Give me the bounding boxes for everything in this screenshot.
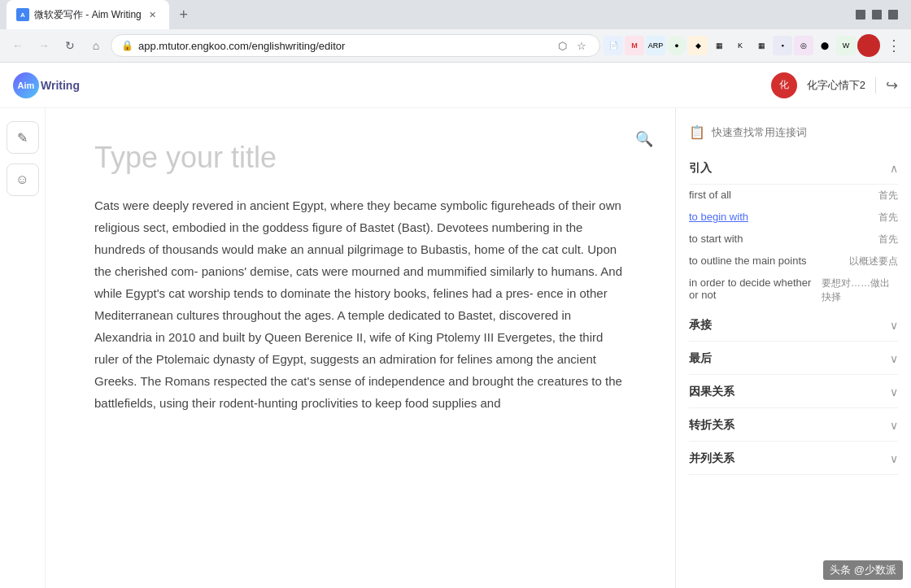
section-header-承接[interactable]: 承接∨ <box>689 310 898 342</box>
edit-tool-button[interactable]: ✎ <box>7 121 39 154</box>
section-header-转折关系[interactable]: 转折关系∨ <box>689 410 898 442</box>
logout-button[interactable]: ↪ <box>886 76 898 94</box>
ext-2[interactable]: M <box>625 36 644 55</box>
section-chevron-intro: ∧ <box>890 162 898 175</box>
right-panel: 📋 引入∧first of all首先to begin with首先to sta… <box>675 108 911 588</box>
left-sidebar: ✎ ☺ <box>0 108 46 588</box>
section-title-转折关系: 转折关系 <box>689 418 734 433</box>
phrase-en: to outline the main points <box>689 255 807 267</box>
logo-aim: Aim <box>18 81 35 90</box>
url-text: app.mtutor.engkoo.com/englishwriting/edi… <box>138 40 549 52</box>
section-header-intro[interactable]: 引入∧ <box>689 153 898 185</box>
section-因果关系: 因果关系∨ <box>676 377 911 408</box>
person-icon: ☺ <box>15 172 28 187</box>
logo-writing-text: Writing <box>41 79 80 92</box>
tab-close-button[interactable]: ✕ <box>146 8 159 21</box>
ext-7[interactable]: K <box>730 36 750 55</box>
phrase-en: first of all <box>689 189 731 201</box>
section-转折关系: 转折关系∨ <box>676 410 911 442</box>
section-并列关系: 并列关系∨ <box>676 443 911 475</box>
panel-search-bar: 📋 <box>676 118 911 146</box>
active-tab[interactable]: A 微软爱写作 - Aim Writing ✕ <box>7 0 169 29</box>
ext-4[interactable]: ● <box>667 36 687 55</box>
maximize-button[interactable]: □ <box>872 10 882 20</box>
phrase-row: to outline the main points以概述要点 <box>689 250 898 272</box>
browser-menu-button[interactable]: ⋮ <box>883 33 904 58</box>
close-button[interactable]: ✕ <box>888 10 898 20</box>
avatar: 化 <box>771 72 797 98</box>
phrase-cn: 首先 <box>878 189 898 203</box>
user-name: 化字心情下2 <box>807 78 865 93</box>
ext-3[interactable]: ARP <box>646 36 665 55</box>
back-button[interactable]: ← <box>7 34 29 57</box>
refresh-button[interactable]: ↻ <box>59 34 81 57</box>
section-chevron-转折关系: ∨ <box>890 419 898 432</box>
section-title-因果关系: 因果关系 <box>689 385 734 399</box>
sections-container: 引入∧first of all首先to begin with首先to start… <box>676 153 911 477</box>
window-controls: — □ ✕ <box>856 10 904 20</box>
user-profile-ext[interactable] <box>857 34 880 57</box>
section-intro: 引入∧first of all首先to begin with首先to start… <box>676 153 911 308</box>
ext-6[interactable]: ▦ <box>709 36 729 55</box>
tab-bar: A 微软爱写作 - Aim Writing ✕ + — □ ✕ <box>0 0 911 29</box>
section-title-并列关系: 并列关系 <box>689 451 734 466</box>
editor-title-placeholder[interactable]: Type your title <box>94 141 626 175</box>
app-header: Aim Writing 化 化字心情下2 ↪ <box>0 63 911 108</box>
section-header-并列关系[interactable]: 并列关系∨ <box>689 443 898 475</box>
ext-9[interactable]: ▪ <box>773 36 792 55</box>
section-chevron-承接: ∨ <box>890 319 898 332</box>
cast-icon[interactable]: ⬡ <box>554 37 570 54</box>
phrase-row: to start with首先 <box>689 229 898 250</box>
phrase-en: to start with <box>689 233 743 245</box>
logo: Aim Writing <box>13 72 80 98</box>
phrase-en: in order to decide whether or not <box>689 277 822 301</box>
editor-area[interactable]: Type your title Cats were deeply revered… <box>46 108 675 588</box>
phrase-cn: 以概述要点 <box>849 255 898 268</box>
section-header-最后[interactable]: 最后∨ <box>689 343 898 375</box>
bookmark-icon[interactable]: ☆ <box>573 37 590 54</box>
ext-12[interactable]: W <box>836 36 856 55</box>
url-bar[interactable]: 🔒 app.mtutor.engkoo.com/englishwriting/e… <box>111 34 600 57</box>
ext-5[interactable]: ◆ <box>688 36 708 55</box>
section-title-承接: 承接 <box>689 318 712 333</box>
extension-icons: 📄 M ARP ● ◆ ▦ K ▦ ▪ ◎ ⬤ W <box>604 34 880 57</box>
new-tab-button[interactable]: + <box>172 3 195 26</box>
ext-11[interactable]: ⬤ <box>815 36 835 55</box>
url-actions: ⬡ ☆ <box>554 37 590 54</box>
logo-icon: Aim <box>13 72 39 98</box>
header-right: 化 化字心情下2 ↪ <box>771 72 898 98</box>
section-chevron-最后: ∨ <box>890 352 898 365</box>
phrase-row: first of all首先 <box>689 185 898 207</box>
section-header-因果关系[interactable]: 因果关系∨ <box>689 377 898 408</box>
ext-1[interactable]: 📄 <box>604 36 623 55</box>
section-title-intro: 引入 <box>689 161 712 176</box>
lock-icon: 🔒 <box>121 40 133 51</box>
address-bar: ← → ↻ ⌂ 🔒 app.mtutor.engkoo.com/englishw… <box>0 29 911 62</box>
ext-10[interactable]: ◎ <box>794 36 813 55</box>
ext-8[interactable]: ▦ <box>752 36 771 55</box>
header-divider <box>875 77 876 94</box>
section-chevron-因果关系: ∨ <box>890 385 898 399</box>
browser-chrome: A 微软爱写作 - Aim Writing ✕ + — □ ✕ ← → ↻ ⌂ … <box>0 0 911 63</box>
tab-title: 微软爱写作 - Aim Writing <box>34 8 142 22</box>
phrase-cn: 首先 <box>878 233 898 246</box>
panel-search-input[interactable] <box>712 126 898 138</box>
user-tool-button[interactable]: ☺ <box>7 163 39 196</box>
phrase-cn: 要想对……做出抉择 <box>822 277 898 304</box>
home-button[interactable]: ⌂ <box>85 34 107 57</box>
section-title-最后: 最后 <box>689 351 712 366</box>
editor-content[interactable]: Cats were deeply revered in ancient Egyp… <box>94 194 626 414</box>
tab-favicon: A <box>16 8 29 21</box>
phrase-cn: 首先 <box>878 211 898 224</box>
section-chevron-并列关系: ∨ <box>890 452 898 465</box>
search-icon: 🔍 <box>635 130 653 148</box>
phrase-en[interactable]: to begin with <box>689 211 748 223</box>
main-content: ✎ ☺ Type your title Cats were deeply rev… <box>0 108 911 588</box>
phrase-row: to begin with首先 <box>689 207 898 229</box>
section-最后: 最后∨ <box>676 343 911 375</box>
forward-button[interactable]: → <box>33 34 55 57</box>
phrase-row: in order to decide whether or not要想对……做出… <box>689 272 898 308</box>
minimize-button[interactable]: — <box>856 10 865 20</box>
search-float-button[interactable]: 🔍 <box>630 124 659 154</box>
pencil-icon: ✎ <box>17 130 28 146</box>
